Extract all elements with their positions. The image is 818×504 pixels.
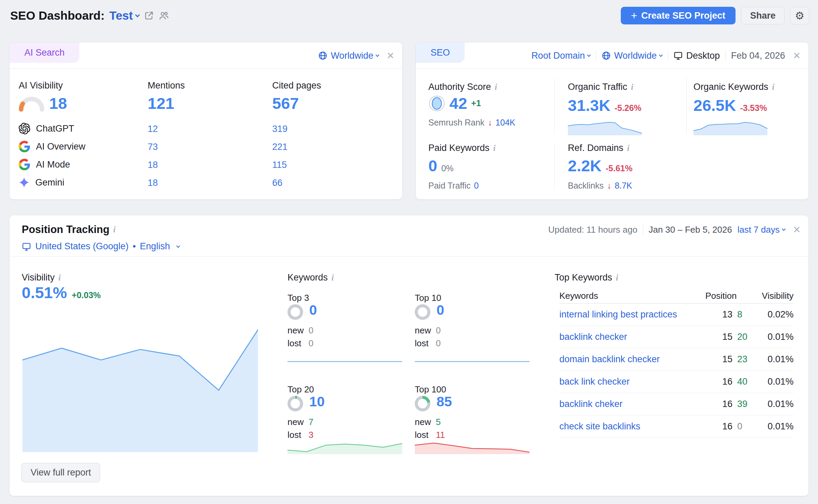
period-dropdown[interactable]: last 7 days (738, 225, 785, 235)
monitor-icon (22, 242, 31, 251)
top100-new-value: 5 (436, 417, 441, 427)
target-label: United States (Google) (35, 241, 129, 252)
date-range: Jan 30 – Feb 5, 2026 (649, 225, 732, 235)
top3-sparkline (287, 346, 402, 363)
table-row: domain backlink checker 15 23 0.01% (559, 348, 794, 371)
info-icon[interactable]: i (332, 273, 334, 283)
mentions-value: 121 (148, 94, 174, 113)
down-arrow-icon: ↓ (607, 181, 612, 191)
engine-name: Gemini (35, 177, 64, 188)
campaign-target-dropdown[interactable]: United States (Google) • English (22, 241, 180, 252)
view-full-report-button[interactable]: View full report (21, 463, 100, 482)
keyword-link[interactable]: internal linking best practices (559, 309, 705, 320)
plus-icon: + (631, 9, 637, 22)
keyword-link[interactable]: backlink cheker (559, 399, 705, 409)
ref-domains-value: 2.2K (568, 156, 601, 175)
visibility-value: 0.01% (756, 332, 794, 342)
top-keywords-table: Keywords Position Visibility internal li… (559, 289, 794, 438)
ai-visibility-label: AI Visibility (19, 80, 63, 91)
keyword-link[interactable]: back link checker (559, 376, 705, 387)
top20-value: 10 (309, 394, 325, 410)
position-delta: 23 (732, 354, 756, 365)
close-icon[interactable]: × (387, 50, 394, 62)
divider (668, 51, 668, 61)
position-delta: 40 (732, 376, 756, 387)
info-icon[interactable]: i (493, 143, 496, 153)
create-seo-project-label: Create SEO Project (641, 11, 725, 21)
ai-visibility-gauge-icon (19, 95, 44, 112)
info-icon[interactable]: i (58, 273, 61, 283)
divider (643, 225, 643, 235)
chevron-down-icon (587, 53, 591, 57)
ai-visibility-value: 18 (49, 94, 67, 113)
keyword-link[interactable]: backlink checker (559, 332, 705, 342)
backlinks-value[interactable]: 8.7K (615, 181, 632, 191)
scope-dropdown[interactable]: Root Domain (532, 51, 591, 61)
info-icon[interactable]: i (772, 82, 775, 92)
info-icon[interactable]: i (495, 82, 497, 92)
users-icon[interactable] (159, 11, 169, 21)
top10-label: Top 10 (415, 293, 529, 303)
table-row: backlink cheker 16 39 0.01% (559, 393, 794, 415)
visibility-trend-chart (22, 321, 258, 452)
close-icon[interactable]: × (793, 224, 800, 236)
ref-domains-label: Ref. Domainsi (568, 143, 630, 153)
engine-cited-link[interactable]: 66 (272, 178, 282, 188)
top20-label: Top 20 (287, 384, 402, 395)
engine-cited-link[interactable]: 221 (272, 142, 287, 152)
new-label: new (287, 325, 304, 336)
authority-score-value: 42 (449, 94, 467, 113)
keyword-link[interactable]: check site backlinks (559, 421, 705, 432)
visibility-value: 0.01% (756, 399, 794, 409)
info-icon[interactable]: i (616, 273, 618, 283)
position-delta: 8 (732, 309, 756, 320)
engine-cited-link[interactable]: 319 (272, 124, 287, 134)
keyword-link[interactable]: domain backlink checker (559, 354, 705, 365)
organic-traffic-value: 31.3K (568, 96, 610, 115)
info-icon[interactable]: i (627, 143, 630, 153)
engine-mentions-link[interactable]: 18 (148, 178, 158, 188)
authority-score-gauge-icon (428, 95, 445, 112)
position-column-header: Position (705, 291, 732, 301)
updated-status: Updated: 11 hours ago (548, 225, 637, 235)
position-value: 15 (705, 354, 732, 365)
position-value: 16 (705, 376, 732, 387)
new-label: new (287, 417, 304, 427)
engine-row-chatgpt: ChatGPT (19, 121, 74, 136)
mentions-label: Mentions (148, 80, 185, 91)
engine-mentions-link[interactable]: 73 (148, 142, 158, 152)
tab-ai-search[interactable]: AI Search (10, 42, 79, 63)
chevron-down-icon (176, 244, 180, 248)
dot-separator: • (133, 241, 136, 252)
close-icon[interactable]: × (793, 50, 800, 62)
visibility-delta: +0.03% (72, 290, 101, 300)
device-label: Desktop (686, 51, 720, 61)
seo-location-dropdown[interactable]: Worldwide (601, 51, 662, 61)
cited-pages-value: 567 (272, 94, 299, 113)
info-icon[interactable]: i (631, 82, 633, 92)
divider (554, 144, 555, 190)
project-selector[interactable]: Test (109, 9, 139, 22)
top3-new-value: 0 (309, 325, 313, 336)
tab-seo[interactable]: SEO (416, 42, 465, 63)
semrush-rank-value[interactable]: 104K (496, 118, 515, 128)
visibility-column-header: Visibility (756, 291, 794, 301)
create-seo-project-button[interactable]: + Create SEO Project (621, 7, 736, 24)
cited-pages-label: Cited pages (272, 80, 321, 91)
settings-button[interactable]: ⚙ (790, 7, 809, 24)
engine-mentions-link[interactable]: 12 (148, 124, 158, 134)
share-button[interactable]: Share (741, 7, 785, 24)
authority-score-delta: +1 (471, 98, 481, 108)
engine-name: AI Mode (36, 159, 70, 170)
monitor-icon (673, 51, 683, 60)
external-link-icon[interactable] (144, 11, 154, 21)
page-header: SEO Dashboard: Test + Create SEO Project… (10, 0, 809, 31)
engine-row-ai-mode: AI Mode (19, 157, 70, 172)
engine-cited-link[interactable]: 115 (272, 160, 287, 170)
position-value: 15 (705, 332, 732, 342)
divider (596, 51, 596, 61)
engine-mentions-link[interactable]: 18 (148, 160, 158, 170)
ai-location-dropdown[interactable]: Worldwide (318, 51, 379, 61)
info-icon[interactable]: i (113, 225, 115, 234)
paid-traffic-value[interactable]: 0 (474, 181, 479, 191)
